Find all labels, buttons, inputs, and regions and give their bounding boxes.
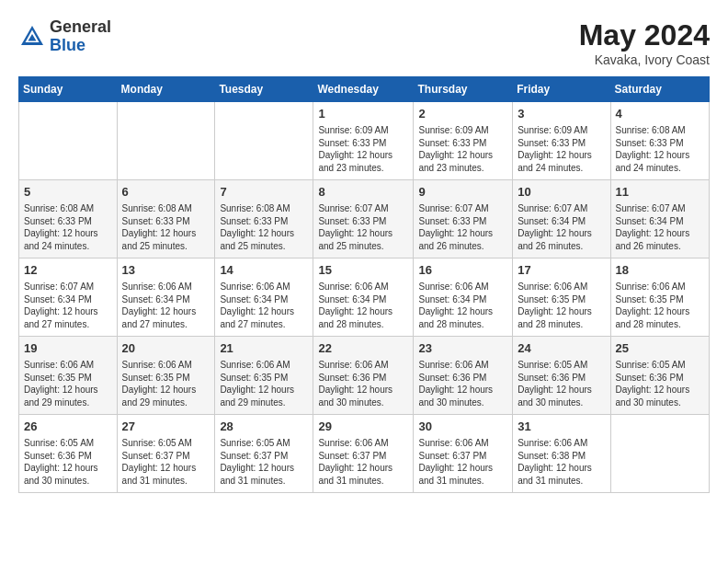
day-number: 4 [616, 106, 704, 122]
day-number: 11 [616, 184, 704, 201]
calendar-week-row: 5Sunrise: 6:08 AM Sunset: 6:33 PM Daylig… [19, 180, 710, 259]
month-year-title: May 2024 [579, 18, 710, 52]
calendar-day-24: 24Sunrise: 6:05 AM Sunset: 6:36 PM Dayli… [513, 337, 610, 415]
day-number: 29 [318, 419, 408, 435]
day-number: 28 [220, 419, 308, 435]
day-info: Sunrise: 6:06 AM Sunset: 6:35 PM Dayligh… [518, 281, 605, 330]
day-number: 6 [122, 184, 210, 201]
calendar-empty-cell [215, 102, 313, 180]
location-subtitle: Kavaka, Ivory Coast [579, 52, 710, 67]
calendar-day-11: 11Sunrise: 6:07 AM Sunset: 6:34 PM Dayli… [610, 180, 709, 259]
day-number: 5 [24, 184, 112, 201]
calendar-week-row: 26Sunrise: 6:05 AM Sunset: 6:36 PM Dayli… [19, 415, 710, 493]
calendar-empty-cell [19, 102, 118, 180]
weekday-header-friday: Friday [513, 77, 610, 102]
day-info: Sunrise: 6:06 AM Sunset: 6:35 PM Dayligh… [24, 359, 112, 408]
day-number: 31 [518, 419, 605, 435]
day-info: Sunrise: 6:09 AM Sunset: 6:33 PM Dayligh… [318, 124, 408, 174]
weekday-header-saturday: Saturday [610, 77, 709, 102]
calendar-day-12: 12Sunrise: 6:07 AM Sunset: 6:34 PM Dayli… [19, 259, 118, 337]
day-number: 24 [518, 340, 605, 357]
calendar-day-4: 4Sunrise: 6:08 AM Sunset: 6:33 PM Daylig… [610, 102, 709, 180]
weekday-header-wednesday: Wednesday [313, 77, 414, 102]
calendar-day-30: 30Sunrise: 6:06 AM Sunset: 6:37 PM Dayli… [414, 415, 513, 493]
day-info: Sunrise: 6:05 AM Sunset: 6:37 PM Dayligh… [122, 437, 210, 487]
calendar-empty-cell [117, 102, 215, 180]
calendar-day-27: 27Sunrise: 6:05 AM Sunset: 6:37 PM Dayli… [117, 415, 215, 493]
day-number: 18 [616, 262, 704, 279]
day-info: Sunrise: 6:07 AM Sunset: 6:34 PM Dayligh… [616, 202, 704, 252]
calendar-day-20: 20Sunrise: 6:06 AM Sunset: 6:35 PM Dayli… [117, 337, 215, 415]
calendar-day-23: 23Sunrise: 6:06 AM Sunset: 6:36 PM Dayli… [414, 337, 513, 415]
calendar-day-1: 1Sunrise: 6:09 AM Sunset: 6:33 PM Daylig… [313, 102, 414, 180]
logo-text: General Blue [50, 18, 111, 55]
day-info: Sunrise: 6:08 AM Sunset: 6:33 PM Dayligh… [616, 124, 704, 174]
day-number: 1 [318, 106, 408, 122]
day-info: Sunrise: 6:06 AM Sunset: 6:37 PM Dayligh… [418, 437, 507, 487]
calendar-day-7: 7Sunrise: 6:08 AM Sunset: 6:33 PM Daylig… [215, 180, 313, 259]
day-number: 12 [24, 262, 112, 279]
day-info: Sunrise: 6:08 AM Sunset: 6:33 PM Dayligh… [220, 202, 308, 252]
day-number: 19 [24, 340, 112, 357]
day-info: Sunrise: 6:06 AM Sunset: 6:34 PM Dayligh… [418, 281, 507, 330]
day-info: Sunrise: 6:06 AM Sunset: 6:35 PM Dayligh… [220, 359, 308, 408]
day-number: 3 [518, 106, 605, 122]
weekday-header-tuesday: Tuesday [215, 77, 313, 102]
day-number: 15 [318, 262, 408, 279]
day-number: 23 [418, 340, 507, 357]
day-number: 30 [418, 419, 507, 435]
day-number: 17 [518, 262, 605, 279]
day-number: 9 [418, 184, 507, 201]
day-info: Sunrise: 6:06 AM Sunset: 6:34 PM Dayligh… [318, 281, 408, 330]
weekday-header-thursday: Thursday [414, 77, 513, 102]
day-number: 20 [122, 340, 210, 357]
day-info: Sunrise: 6:06 AM Sunset: 6:35 PM Dayligh… [122, 359, 210, 408]
day-info: Sunrise: 6:09 AM Sunset: 6:33 PM Dayligh… [418, 124, 507, 174]
day-info: Sunrise: 6:05 AM Sunset: 6:36 PM Dayligh… [616, 359, 704, 408]
calendar-day-28: 28Sunrise: 6:05 AM Sunset: 6:37 PM Dayli… [215, 415, 313, 493]
day-info: Sunrise: 6:05 AM Sunset: 6:36 PM Dayligh… [24, 437, 112, 487]
day-info: Sunrise: 6:08 AM Sunset: 6:33 PM Dayligh… [122, 202, 210, 252]
weekday-header-monday: Monday [117, 77, 215, 102]
day-info: Sunrise: 6:07 AM Sunset: 6:33 PM Dayligh… [318, 202, 408, 252]
day-info: Sunrise: 6:06 AM Sunset: 6:34 PM Dayligh… [220, 281, 308, 330]
day-number: 22 [318, 340, 408, 357]
calendar-day-19: 19Sunrise: 6:06 AM Sunset: 6:35 PM Dayli… [19, 337, 118, 415]
day-info: Sunrise: 6:06 AM Sunset: 6:38 PM Dayligh… [518, 437, 605, 487]
day-number: 2 [418, 106, 507, 122]
calendar-day-2: 2Sunrise: 6:09 AM Sunset: 6:33 PM Daylig… [414, 102, 513, 180]
day-info: Sunrise: 6:07 AM Sunset: 6:33 PM Dayligh… [418, 202, 507, 252]
day-number: 13 [122, 262, 210, 279]
logo-icon [18, 23, 46, 51]
title-block: May 2024 Kavaka, Ivory Coast [579, 18, 710, 67]
day-info: Sunrise: 6:06 AM Sunset: 6:35 PM Dayligh… [616, 281, 704, 330]
day-number: 21 [220, 340, 308, 357]
logo: General Blue [18, 18, 111, 55]
calendar-day-26: 26Sunrise: 6:05 AM Sunset: 6:36 PM Dayli… [19, 415, 118, 493]
day-info: Sunrise: 6:06 AM Sunset: 6:36 PM Dayligh… [418, 359, 507, 408]
calendar-day-16: 16Sunrise: 6:06 AM Sunset: 6:34 PM Dayli… [414, 259, 513, 337]
day-info: Sunrise: 6:06 AM Sunset: 6:37 PM Dayligh… [318, 437, 408, 487]
day-number: 16 [418, 262, 507, 279]
weekday-header-sunday: Sunday [19, 77, 118, 102]
weekday-header-row: SundayMondayTuesdayWednesdayThursdayFrid… [19, 77, 710, 102]
calendar-day-29: 29Sunrise: 6:06 AM Sunset: 6:37 PM Dayli… [313, 415, 414, 493]
day-info: Sunrise: 6:07 AM Sunset: 6:34 PM Dayligh… [518, 202, 605, 252]
calendar-day-25: 25Sunrise: 6:05 AM Sunset: 6:36 PM Dayli… [610, 337, 709, 415]
day-number: 14 [220, 262, 308, 279]
day-number: 8 [318, 184, 408, 201]
day-info: Sunrise: 6:05 AM Sunset: 6:37 PM Dayligh… [220, 437, 308, 487]
day-number: 26 [24, 419, 112, 435]
calendar-empty-cell [610, 415, 709, 493]
calendar-day-3: 3Sunrise: 6:09 AM Sunset: 6:33 PM Daylig… [513, 102, 610, 180]
calendar-day-10: 10Sunrise: 6:07 AM Sunset: 6:34 PM Dayli… [513, 180, 610, 259]
calendar-week-row: 12Sunrise: 6:07 AM Sunset: 6:34 PM Dayli… [19, 259, 710, 337]
calendar-day-8: 8Sunrise: 6:07 AM Sunset: 6:33 PM Daylig… [313, 180, 414, 259]
calendar-day-17: 17Sunrise: 6:06 AM Sunset: 6:35 PM Dayli… [513, 259, 610, 337]
day-info: Sunrise: 6:08 AM Sunset: 6:33 PM Dayligh… [24, 202, 112, 252]
calendar-week-row: 1Sunrise: 6:09 AM Sunset: 6:33 PM Daylig… [19, 102, 710, 180]
day-info: Sunrise: 6:05 AM Sunset: 6:36 PM Dayligh… [518, 359, 605, 408]
day-info: Sunrise: 6:06 AM Sunset: 6:34 PM Dayligh… [122, 281, 210, 330]
calendar-table: SundayMondayTuesdayWednesdayThursdayFrid… [18, 76, 710, 493]
calendar-day-21: 21Sunrise: 6:06 AM Sunset: 6:35 PM Dayli… [215, 337, 313, 415]
